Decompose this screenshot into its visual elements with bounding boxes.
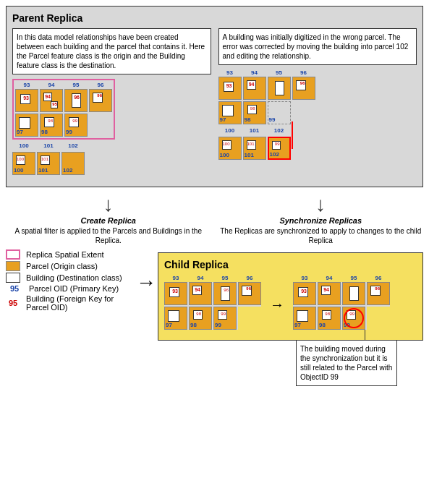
c-parcel-96: 96	[238, 282, 261, 305]
cr-building-95	[349, 286, 359, 301]
r-building-94: 94	[247, 80, 256, 90]
cr-bid-99: 99	[349, 312, 354, 316]
building-96: 96	[93, 93, 103, 103]
c-building-98: 98	[193, 310, 203, 320]
create-replica-desc: A spatial filter is applied to the Parce…	[6, 226, 211, 245]
callout-line-v	[365, 330, 365, 340]
c-building-95: 96	[221, 286, 230, 301]
r-bid-96: 96	[300, 81, 305, 85]
r-parcel-99-dashed: 99	[268, 101, 291, 124]
cr-bid-93: 93	[301, 289, 307, 294]
down-arrow-2: ↓	[218, 193, 424, 216]
sync-replicas-box: ↓ Synchronize Replicas The Replicas are …	[218, 193, 424, 245]
legend-building: Building (Destination class)	[6, 273, 136, 283]
building-99: 99	[69, 117, 79, 127]
c-building-97	[168, 310, 179, 322]
legend-building-fk-label: Building (Foreign Key for Parcel OID)	[26, 294, 136, 312]
bid-101: 101	[41, 157, 48, 161]
child-inner-arrow: →	[268, 296, 286, 313]
legend-replica-label: Replica Spatial Extent	[26, 250, 104, 259]
parent-top-row: In this data model relationships have be…	[12, 28, 417, 175]
c-building-99: 99	[218, 310, 227, 320]
c-bid-93: 93	[172, 289, 178, 294]
parent-right-grid: 93 94 96	[218, 77, 417, 124]
pnum-95: 95	[64, 82, 88, 88]
legend-building-label: Building (Destination class)	[26, 273, 122, 282]
cr-parcel-94: 94	[318, 282, 341, 305]
r-building-102: 99	[272, 141, 281, 150]
pid-99: 99	[66, 129, 72, 135]
child-grids-row: 93 94 95 96 93	[164, 275, 417, 334]
arrows-row: ↓ Create Replica A spatial filter is app…	[6, 193, 423, 245]
cr-building-93: 93	[298, 287, 308, 297]
parent-left-grid: 93 94 95	[15, 89, 112, 137]
cr-bid-94: 94	[323, 287, 329, 292]
cpnum-94: 94	[189, 275, 212, 281]
c-bid-96: 96	[246, 286, 251, 291]
cr-pid-98: 98	[319, 323, 326, 328]
r-parcel-102: 102 99	[268, 137, 291, 160]
lower-left-grid: 100 101 102 100 100	[12, 142, 211, 175]
building-93: 93	[20, 94, 30, 104]
rpnum-94: 94	[243, 69, 266, 76]
bid-95: 96	[74, 95, 80, 100]
sync-replicas-desc: The Replicas are synchronized to apply t…	[218, 226, 424, 245]
bid-100: 100	[17, 157, 24, 161]
pid-101: 101	[38, 168, 48, 174]
c-pid-98: 98	[190, 323, 197, 328]
legend-parcel: Parcel (Origin class)	[6, 261, 136, 271]
right-col: A building was initially digitized in th…	[218, 28, 417, 175]
r-building-101: 101	[247, 140, 256, 150]
cr-pid-97: 97	[294, 323, 301, 328]
right-grid-area: 93 94 95 96 93 94	[218, 69, 417, 160]
pid-102l: 102	[63, 168, 72, 174]
c-pid-99: 99	[215, 323, 221, 328]
pnum-96: 96	[89, 82, 112, 88]
bid-93: 93	[23, 95, 29, 101]
r-bid-100: 100	[222, 142, 229, 146]
r-building-96: 96	[296, 80, 306, 90]
r-bid-102: 99	[275, 142, 280, 146]
cr-pid-99: 99	[344, 323, 350, 328]
cr-building-94: 94	[321, 286, 331, 295]
parent-title: Parent Replica	[12, 12, 417, 24]
r-parcel-98: 98 98	[243, 101, 266, 124]
down-arrow-1: ↓	[6, 193, 211, 216]
c-parcel-98: 98 98	[189, 307, 212, 330]
parcel-empty	[89, 114, 112, 137]
cr-building-96: 96	[370, 286, 381, 296]
c-parcel-95: 96	[213, 282, 237, 305]
parent-replica-section: Parent Replica In this data model relati…	[6, 6, 423, 187]
lower-left-parcels: 100 100 101 101	[12, 152, 211, 175]
parcel-94: 94 95	[40, 89, 63, 112]
cr-pnum-96: 96	[367, 275, 390, 281]
c-bid-98: 98	[196, 312, 201, 316]
rpnum-102r: 102	[268, 127, 291, 134]
r-building-98: 98	[247, 105, 257, 114]
cr-bid-98: 98	[325, 312, 330, 316]
c-parcel-94: 94	[189, 282, 212, 305]
parcel-95: 96	[64, 89, 88, 112]
r-parcel-96: 96	[292, 77, 315, 100]
cr-parcel-empty	[367, 307, 390, 330]
rpnum-93: 93	[218, 69, 242, 76]
building-100: 100	[16, 155, 25, 165]
cr-parcel-98: 98 98	[318, 307, 341, 330]
parcel-97: 97	[15, 114, 38, 137]
cpnum-95: 95	[213, 275, 237, 281]
r-parcel-97: 97	[218, 101, 242, 124]
legend-section: Replica Spatial Extent Parcel (Origin cl…	[6, 249, 136, 341]
legend-parcel-oid-label: Parcel OID (Primary Key)	[29, 284, 119, 293]
right-area: → Child Replica 93 94 95 96	[136, 249, 423, 341]
rpnum-96: 96	[292, 69, 315, 76]
r-bid-101: 101	[247, 142, 254, 146]
rpnum-100: 100	[218, 127, 242, 134]
pink-border-box: 93 94 95 96 93	[12, 79, 115, 140]
rpnum-101: 101	[243, 127, 266, 134]
building-97	[19, 117, 30, 129]
info-box-2: A building was initially digitized in th…	[218, 28, 417, 65]
r-bid-98: 98	[250, 106, 255, 111]
bid-96: 96	[97, 93, 102, 98]
pnum-94: 94	[40, 82, 63, 88]
r-parcel-93: 93	[218, 77, 242, 100]
